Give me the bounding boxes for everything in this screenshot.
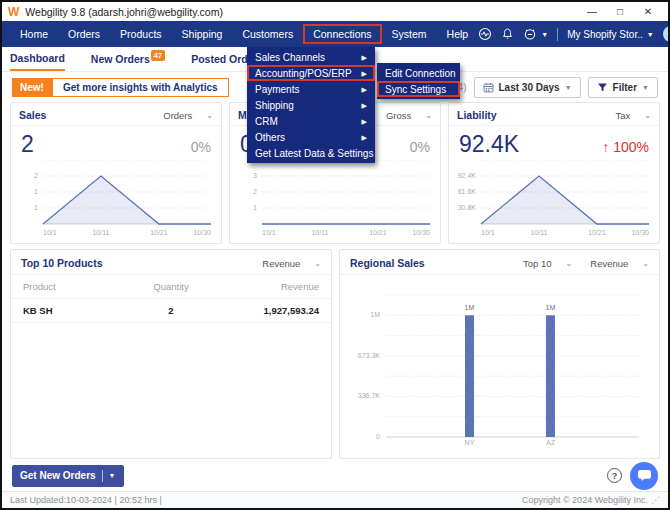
notifications-bell-icon[interactable]: [501, 27, 514, 41]
new-badge: New!: [12, 78, 52, 97]
resize-grip[interactable]: ⋰: [651, 495, 660, 505]
menu-customers[interactable]: Customers: [232, 24, 303, 44]
chat-bubble-icon[interactable]: [630, 462, 658, 490]
submenu-arrow-icon: ▶: [362, 52, 367, 63]
sales-metric-selector[interactable]: Orders⌄: [163, 110, 213, 121]
chevron-down-icon: ⌄: [425, 111, 432, 120]
regional-sales-title: Regional Sales: [350, 257, 425, 269]
margin-area-chart: 12310/110/1110/2110/30: [236, 160, 434, 236]
liability-change: ↑ 100%: [602, 139, 649, 155]
copyright-label: Copyright © 2024 Webgility Inc.: [522, 495, 648, 505]
revenue-cell: 1,927,593.24: [215, 305, 319, 316]
chevron-down-icon: ▼: [541, 31, 548, 38]
menu-item-others[interactable]: Others▶: [247, 129, 375, 145]
menu-item-crm[interactable]: CRM▶: [247, 113, 375, 129]
help-icon[interactable]: ?: [607, 468, 622, 483]
menu-help[interactable]: Help: [437, 24, 479, 44]
quantity-cell: 2: [127, 305, 214, 316]
menu-item-sales-channels[interactable]: Sales Channels▶: [247, 49, 375, 65]
sales-change: 0%: [191, 139, 211, 155]
submenu-arrow-icon: ▶: [362, 68, 367, 79]
accounting-submenu: Edit Connection Sync Settings: [377, 63, 460, 99]
status-bar: Last Updated:10-03-2024 | 20:52 hrs | Co…: [2, 491, 668, 508]
sales-area-chart: 11210/110/1110/2110/30: [17, 160, 215, 236]
menu-home[interactable]: Home: [10, 24, 58, 44]
liability-card: Liability Tax⌄ 92.4K ↑ 100% 30.8K61.6K92…: [448, 102, 660, 244]
minimize-button[interactable]: —: [578, 6, 606, 17]
scheduler-clock-icon[interactable]: ▼: [523, 27, 548, 41]
top-products-panel: Top 10 Products Revenue⌄ Product Quantit…: [10, 249, 332, 459]
divider: [557, 28, 558, 41]
menu-system[interactable]: System: [382, 24, 437, 44]
submenu-arrow-icon: ▶: [362, 132, 367, 143]
last-updated-label: Last Updated:10-03-2024 | 20:52 hrs |: [10, 495, 162, 505]
top-products-table: Product Quantity Revenue KB SH 2 1,927,5…: [11, 275, 331, 323]
regional-top-selector[interactable]: Top 10⌄: [523, 258, 572, 269]
calendar-icon: [483, 82, 494, 93]
menu-item-payments[interactable]: Payments▶: [247, 81, 375, 97]
chevron-down-icon: ⌄: [566, 259, 573, 268]
product-cell: KB SH: [23, 305, 127, 316]
new-orders-count-badge: 47: [151, 50, 165, 61]
window-title: Webgility 9.8 (adarsh.johri@webgility.co…: [25, 6, 223, 18]
funnel-icon: [597, 82, 608, 93]
chevron-down-icon: ⌄: [644, 111, 651, 120]
menu-item-get-latest-data[interactable]: Get Latest Data & Settings: [247, 145, 375, 161]
chevron-down-icon: ▼: [109, 472, 116, 479]
chevron-down-icon: ▼: [642, 84, 649, 91]
activity-icon[interactable]: [478, 27, 492, 41]
liability-value: 92.4K: [459, 131, 519, 158]
app-window: W Webgility 9.8 (adarsh.johri@webgility.…: [0, 0, 670, 510]
avatar[interactable]: A: [663, 26, 670, 42]
column-header-quantity: Quantity: [127, 281, 214, 292]
bottom-panels-row: Top 10 Products Revenue⌄ Product Quantit…: [10, 249, 660, 459]
menu-products[interactable]: Products: [110, 24, 171, 44]
submenu-arrow-icon: ▶: [362, 84, 367, 95]
analytics-insights-button[interactable]: Get more insights with Analytics: [52, 78, 229, 97]
menu-item-shipping[interactable]: Shipping▶: [247, 97, 375, 113]
column-header-product: Product: [23, 281, 127, 292]
sales-card: Sales Orders⌄ 2 0% 11210/110/1110/2110/3…: [10, 102, 222, 244]
filter-button[interactable]: Filter ▼: [588, 77, 658, 98]
sales-card-title: Sales: [19, 109, 46, 121]
table-row[interactable]: KB SH 2 1,927,593.24: [11, 299, 331, 323]
get-new-orders-button[interactable]: Get New Orders ▼: [12, 465, 124, 487]
margin-metric-selector[interactable]: Gross⌄: [386, 110, 432, 121]
regional-sales-bar-chart: 1M673.3K336.7K01MNY1MAZ: [346, 277, 653, 449]
date-range-picker[interactable]: Last 30 Days ▼: [474, 77, 581, 98]
submenu-arrow-icon: ▶: [362, 116, 367, 127]
menu-connections[interactable]: Connections: [303, 24, 381, 44]
table-header-row: Product Quantity Revenue: [11, 275, 331, 299]
regional-sales-panel: Regional Sales Top 10⌄ Revenue⌄ 1M673.3K…: [339, 249, 660, 459]
column-header-revenue: Revenue: [215, 281, 319, 292]
top-products-title: Top 10 Products: [21, 257, 102, 269]
footer-actions: Get New Orders ▼ ?: [12, 462, 658, 489]
main-menu-bar: Home Orders Products Shipping Customers …: [2, 21, 668, 47]
divider: [102, 470, 103, 482]
menu-orders[interactable]: Orders: [58, 24, 110, 44]
liability-card-title: Liability: [457, 109, 497, 121]
chevron-down-icon: ⌄: [206, 111, 213, 120]
title-bar: W Webgility 9.8 (adarsh.johri@webgility.…: [2, 2, 668, 21]
close-button[interactable]: ✕: [634, 6, 662, 17]
store-selector[interactable]: My Shopify Stor.. ▼: [567, 29, 654, 40]
maximize-button[interactable]: □: [606, 6, 634, 17]
submenu-arrow-icon: ▶: [362, 100, 367, 111]
tab-dashboard[interactable]: Dashboard: [10, 47, 65, 71]
chevron-down-icon: ▼: [565, 84, 572, 91]
tab-new-orders[interactable]: New Orders47: [91, 48, 165, 70]
connections-dropdown-menu: Sales Channels▶ Accounting/POS/ERP▶ Paym…: [247, 47, 375, 163]
menu-shipping[interactable]: Shipping: [172, 24, 233, 44]
regional-metric-selector[interactable]: Revenue⌄: [590, 258, 649, 269]
liability-metric-selector[interactable]: Tax⌄: [616, 110, 652, 121]
margin-change: 0%: [410, 139, 430, 155]
menu-item-accounting-pos-erp[interactable]: Accounting/POS/ERP▶: [247, 65, 375, 81]
chevron-down-icon: ⌄: [314, 259, 321, 268]
chevron-down-icon: ▼: [647, 31, 654, 38]
sales-value: 2: [21, 131, 34, 158]
chevron-down-icon: ⌄: [642, 259, 649, 268]
submenu-item-edit-connection[interactable]: Edit Connection: [377, 65, 460, 81]
webgility-logo-icon: W: [8, 5, 19, 19]
submenu-item-sync-settings[interactable]: Sync Settings: [377, 81, 460, 97]
top-products-metric-selector[interactable]: Revenue⌄: [262, 258, 321, 269]
